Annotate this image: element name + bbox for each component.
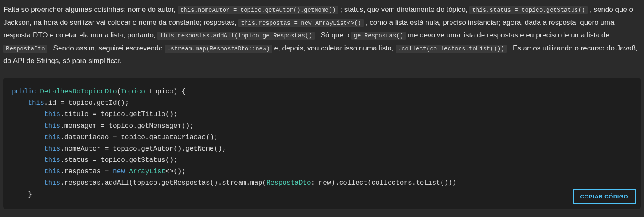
inline-code: this.nomeAutor = topico.getAutor().getNo… [178, 6, 338, 14]
punct: ( [117, 88, 121, 95]
text-segment: ; status, que vem diretamente do tópico, [338, 5, 470, 13]
explanation-paragraph: Falta só preencher algumas coisinhas: no… [3, 3, 641, 68]
text-segment: . Sendo assim, seguirei escrevendo [47, 44, 165, 52]
keyword-this: this [44, 168, 60, 175]
text-segment: me devolve uma lista de respostas e eu p… [406, 31, 609, 39]
param-type: Topico [121, 88, 145, 95]
keyword-this: this [44, 179, 60, 187]
code-text: .respostas.addAll(topico.getRespostas().… [60, 179, 266, 187]
punct: ; [181, 168, 186, 175]
text-segment: . Só que o [315, 31, 351, 39]
inline-code: this.status = topico.getStatus() [469, 6, 588, 14]
inline-code: this.respostas.addAll(topico.getResposta… [157, 32, 314, 40]
copy-code-button[interactable]: COPIAR CÓDIGO [573, 189, 636, 204]
text-segment: Falta só preencher algumas coisinhas: no… [3, 5, 178, 13]
param-name: topico [149, 88, 173, 95]
code-block: public DetalhesDoTopicoDto(Topico topico… [12, 86, 632, 201]
code-text: .status = topico.getStatus(); [60, 156, 177, 164]
punct: ) [173, 88, 178, 95]
inline-code: .collect(collectors.toList())) [396, 45, 507, 53]
constructor-name: DetalhesDoTopicoDto [40, 88, 117, 95]
code-text: .id = topico.getId(); [44, 99, 129, 107]
code-text: .titulo = topico.getTitulo(); [60, 111, 177, 118]
keyword-this: this [28, 99, 44, 107]
keyword-this: this [44, 134, 60, 141]
keyword-this: this [44, 156, 60, 164]
inline-code: getRespostas() [351, 32, 406, 40]
punct: <>() [165, 168, 181, 175]
keyword-new: new [113, 168, 125, 175]
punct: { [178, 88, 186, 95]
inline-code: RespostaDto [3, 45, 47, 53]
code-text: ).collect(collectors.toList())) [331, 179, 457, 187]
code-block-container: public DetalhesDoTopicoDto(Topico topico… [3, 78, 641, 209]
punct: } [28, 191, 32, 198]
code-text: .dataCriacao = topico.getDataCriacao(); [60, 134, 218, 141]
code-text: .mensagem = topico.getMensagem(); [60, 122, 194, 130]
code-text: .respostas = [60, 168, 113, 175]
keyword-this: this [44, 111, 60, 118]
keyword-this: this [44, 145, 60, 153]
code-text: .nomeAutor = topico.getAutor().getNome()… [60, 145, 226, 153]
class-ref: RespostaDto [266, 179, 311, 187]
code-text: ::new [311, 179, 331, 187]
keyword-public: public [12, 88, 36, 95]
inline-code: .stream.map(RespostaDto::new) [165, 45, 272, 53]
text-segment: e, depois, vou coletar isso numa lista, [272, 44, 396, 52]
type-arraylist: ArrayList [129, 168, 165, 175]
keyword-this: this [44, 122, 60, 130]
inline-code: this.respostas = new ArrayList<>() [238, 19, 364, 27]
